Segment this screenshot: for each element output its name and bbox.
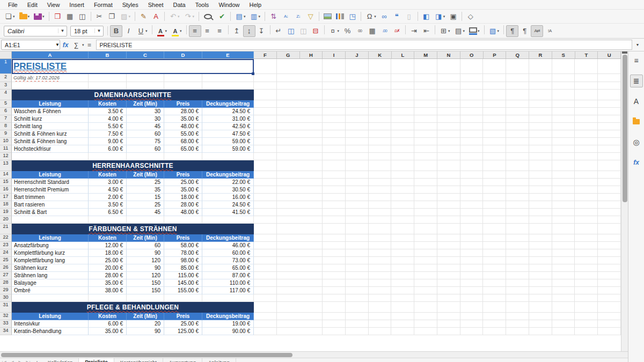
sheet-tab-anleitung[interactable]: Anleitung xyxy=(202,358,236,362)
center-vertically-button[interactable]: ↨ xyxy=(243,25,255,37)
dropdown-arrow-icon[interactable]: ▾ xyxy=(338,29,340,33)
dropdown-arrow-icon[interactable]: ▾ xyxy=(13,14,15,19)
dropdown-arrow-icon[interactable]: ▾ xyxy=(145,29,148,33)
row-header-23[interactable]: 23 xyxy=(0,242,12,249)
row-header-16[interactable]: 16 xyxy=(0,186,12,194)
selection-fill-handle[interactable] xyxy=(252,72,254,75)
table-column-header[interactable]: Leistung xyxy=(12,100,89,108)
data-cell[interactable]: 90 xyxy=(127,249,164,257)
split-handle[interactable] xyxy=(622,51,627,54)
data-cell[interactable]: 98.00 € xyxy=(164,257,202,264)
empty-cell[interactable] xyxy=(202,216,254,224)
data-cell[interactable]: 6.00 € xyxy=(89,145,127,153)
insert-hyperlink-button[interactable]: ∞ xyxy=(378,11,391,23)
data-cell[interactable]: 35 xyxy=(127,186,164,194)
data-cell[interactable]: 48.00 € xyxy=(164,123,202,130)
align-right-button[interactable]: ≡ xyxy=(214,25,226,37)
table-column-header[interactable]: Preis xyxy=(164,313,202,320)
previous-sheet-button[interactable]: ◀ xyxy=(8,358,16,362)
empty-cell[interactable] xyxy=(89,74,127,82)
data-cell[interactable]: 9.00 € xyxy=(89,138,127,145)
add-sheet-button[interactable]: + xyxy=(32,358,42,362)
data-cell[interactable]: 48.00 € xyxy=(164,209,202,216)
data-cell[interactable]: 18.00 € xyxy=(164,194,202,201)
data-cell[interactable]: 60 xyxy=(127,130,164,138)
table-column-header[interactable]: Zeit (Min) xyxy=(127,171,164,179)
data-cell[interactable]: 18.00 € xyxy=(89,249,127,257)
row-header-12[interactable]: 12 xyxy=(0,153,12,160)
sort-button[interactable]: ⇅ xyxy=(267,11,280,23)
menu-format[interactable]: Format xyxy=(89,1,118,9)
section-header-cell[interactable]: PFLEGE & BEHANDLUNGEN xyxy=(12,302,254,313)
formula-input[interactable]: PREISLISTE xyxy=(96,40,632,50)
styles-panel-button[interactable]: A xyxy=(630,95,643,108)
dropdown-arrow-icon[interactable]: ▾ xyxy=(497,29,500,33)
data-cell[interactable]: Strähnen lang xyxy=(12,272,89,279)
row-header-26[interactable]: 26 xyxy=(0,264,12,272)
special-character-button[interactable]: Ω▾ xyxy=(363,11,378,23)
empty-cell[interactable] xyxy=(202,74,254,82)
chevron-down-icon[interactable]: ▾ xyxy=(82,43,84,47)
table-column-header[interactable]: Leistung xyxy=(12,313,89,320)
sort-ascending-button[interactable]: A↓ xyxy=(280,11,292,23)
data-cell[interactable]: 90 xyxy=(127,264,164,272)
data-cell[interactable]: 90 xyxy=(127,328,164,335)
column-header-D[interactable]: D xyxy=(164,51,202,59)
data-cell[interactable]: 47.50 € xyxy=(202,130,254,138)
data-cell[interactable]: Schnitt & Föhnen kurz xyxy=(12,130,89,138)
row-header-29[interactable]: 29 xyxy=(0,287,12,294)
data-cell[interactable]: 38.00 € xyxy=(89,287,127,294)
dropdown-arrow-icon[interactable]: ▾ xyxy=(165,29,167,33)
next-sheet-button[interactable]: ▶ xyxy=(16,358,24,362)
row-header-24[interactable]: 24 xyxy=(0,249,12,257)
data-cell[interactable]: Bart rasieren xyxy=(12,201,89,209)
data-cell[interactable]: Herrenschnitt Standard xyxy=(12,179,89,186)
empty-cell[interactable] xyxy=(202,153,254,160)
menu-edit[interactable]: Edit xyxy=(23,1,42,9)
table-column-header[interactable]: Kosten xyxy=(89,100,127,108)
column-header-T[interactable]: T xyxy=(575,51,598,59)
cell-A2-subtitle[interactable]: Gültig ab: 17.02.2026 xyxy=(12,74,89,82)
expand-formula-bar-button[interactable]: ▼ xyxy=(632,40,643,50)
data-cell[interactable]: Hochsteckfrisur xyxy=(12,145,89,153)
print-button[interactable]: ▦ xyxy=(64,11,76,23)
select-all-corner[interactable] xyxy=(0,51,12,59)
row-header-3[interactable]: 3 xyxy=(0,82,12,90)
clone-formatting-button[interactable]: ✎ xyxy=(137,11,150,23)
data-cell[interactable]: 117.00 € xyxy=(202,287,254,294)
menu-view[interactable]: View xyxy=(42,1,65,9)
empty-cell[interactable] xyxy=(127,294,164,302)
data-cell[interactable]: Schnitt lang xyxy=(12,123,89,130)
cut-button[interactable]: ✂ xyxy=(93,11,106,23)
empty-cell[interactable] xyxy=(12,153,89,160)
column-header-J[interactable]: J xyxy=(346,51,369,59)
sort-descending-button[interactable]: Z↓ xyxy=(292,11,304,23)
row-header-17[interactable]: 17 xyxy=(0,194,12,201)
table-column-header[interactable]: Kosten xyxy=(89,313,127,320)
sheet-tab-kostenübersicht[interactable]: Kostenübersicht xyxy=(114,358,163,362)
increase-indent-button[interactable]: ⇥ xyxy=(408,25,420,37)
headers-and-footers-button[interactable]: ▯ xyxy=(403,11,415,23)
dropdown-arrow-icon[interactable]: ▾ xyxy=(448,29,450,33)
empty-cell[interactable] xyxy=(12,82,89,90)
data-cell[interactable]: 7.50 € xyxy=(89,130,127,138)
data-cell[interactable]: 4.00 € xyxy=(89,115,127,123)
data-cell[interactable]: 25.00 € xyxy=(164,179,202,186)
dropdown-arrow-icon[interactable]: ▾ xyxy=(443,14,445,19)
empty-cell[interactable] xyxy=(164,153,202,160)
column-header-F[interactable]: F xyxy=(254,51,277,59)
properties-panel-button[interactable]: ≣ xyxy=(630,75,643,87)
data-cell[interactable]: 45 xyxy=(127,123,164,130)
copy-button[interactable]: ❐ xyxy=(106,11,118,23)
data-cell[interactable]: Schnitt & Bart xyxy=(12,209,89,216)
first-sheet-button[interactable]: |◀ xyxy=(0,358,8,362)
table-column-header[interactable]: Zeit (Min) xyxy=(127,100,164,108)
row-header-6[interactable]: 6 xyxy=(0,108,12,115)
sheet-tab-kalkulation[interactable]: Kalkulation xyxy=(42,358,79,362)
data-cell[interactable]: 24.50 € xyxy=(202,108,254,115)
function-wizard-button[interactable]: fx xyxy=(60,40,71,50)
data-cell[interactable]: 28.00 € xyxy=(164,108,202,115)
bold-button[interactable]: B xyxy=(110,25,122,37)
data-cell[interactable]: 4.50 € xyxy=(89,186,127,194)
row-header-8[interactable]: 8 xyxy=(0,123,12,130)
